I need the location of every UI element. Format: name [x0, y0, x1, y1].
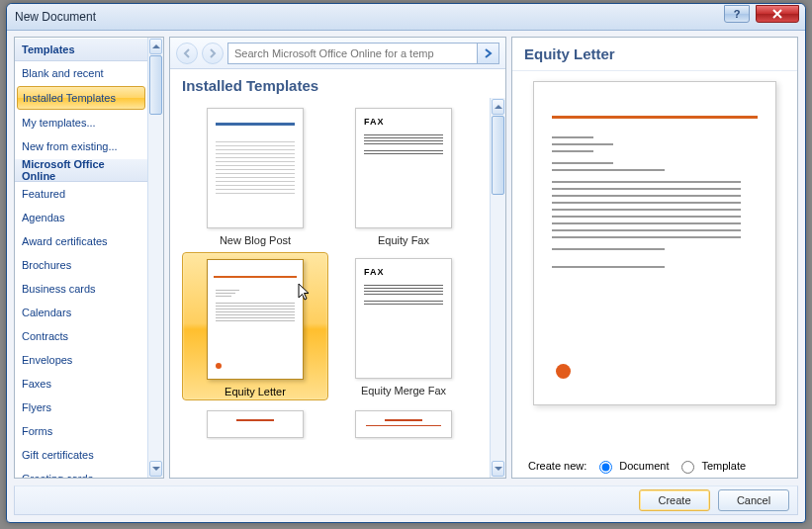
sidebar-item-envelopes[interactable]: Envelopes	[15, 348, 147, 372]
search-go-button[interactable]	[477, 44, 498, 63]
template-item-new-blog-post[interactable]: New Blog Post	[182, 102, 328, 248]
sidebar-item-award-certificates[interactable]: Award certificates	[15, 229, 147, 253]
cancel-button[interactable]: Cancel	[718, 489, 789, 511]
sidebar-item-my-templates[interactable]: My templates...	[15, 111, 147, 134]
search-input[interactable]	[228, 44, 477, 63]
fax-label: FAX	[364, 267, 385, 277]
create-button[interactable]: Create	[639, 489, 710, 511]
scroll-down-button[interactable]	[492, 461, 504, 477]
template-thumbnail	[207, 259, 304, 380]
template-thumbnail: FAX	[355, 258, 452, 379]
category-sidebar: Templates Blank and recent Installed Tem…	[14, 37, 164, 479]
template-label: Equity Letter	[225, 386, 286, 397]
radio-template-input[interactable]	[681, 461, 694, 474]
scrollbar-thumb[interactable]	[492, 116, 504, 195]
sidebar-item-business-cards[interactable]: Business cards	[15, 277, 147, 301]
chevron-up-icon	[152, 44, 160, 48]
gallery: New Blog Post FAX Equity Fax	[170, 98, 505, 478]
sidebar-item-calendars[interactable]: Calendars	[15, 301, 147, 324]
nav-back-button[interactable]	[176, 43, 198, 64]
nav-forward-button[interactable]	[202, 43, 224, 64]
fax-label: FAX	[364, 117, 385, 127]
preview-panel: Equity Letter Crea	[511, 37, 798, 479]
sidebar-item-faxes[interactable]: Faxes	[15, 372, 147, 396]
arrow-left-icon	[181, 47, 193, 59]
gallery-scrollbar[interactable]	[490, 98, 505, 478]
scroll-up-button[interactable]	[149, 39, 162, 54]
sidebar-item-agendas[interactable]: Agendas	[15, 206, 147, 229]
template-item-partial[interactable]	[330, 404, 477, 440]
create-new-label: Create new:	[528, 460, 586, 472]
template-item-equity-merge-fax[interactable]: FAX Equity Merge Fax	[330, 252, 477, 400]
preview-title: Equity Letter	[512, 38, 797, 71]
template-item-equity-fax[interactable]: FAX Equity Fax	[330, 102, 477, 248]
sidebar-item-featured[interactable]: Featured	[15, 182, 147, 206]
close-button[interactable]	[756, 5, 799, 23]
help-icon: ?	[734, 8, 741, 20]
chevron-up-icon	[495, 105, 502, 109]
arrow-right-icon	[207, 47, 219, 59]
template-thumbnail	[355, 410, 452, 438]
template-gallery-panel: Installed Templates New Blog Post	[169, 37, 506, 479]
arrow-right-icon	[483, 47, 495, 59]
preview-page	[533, 81, 776, 405]
sidebar-item-installed-templates[interactable]: Installed Templates	[17, 86, 145, 110]
help-button[interactable]: ?	[724, 5, 750, 23]
chevron-down-icon	[495, 467, 502, 471]
search-box	[227, 43, 499, 64]
window-title: New Document	[15, 10, 96, 24]
template-item-partial[interactable]	[182, 404, 328, 440]
template-thumbnail	[207, 108, 304, 228]
template-thumbnail: FAX	[355, 108, 452, 228]
sidebar-header-templates: Templates	[15, 38, 147, 61]
template-label: New Blog Post	[220, 234, 291, 246]
radio-document-input[interactable]	[599, 461, 612, 474]
create-new-row: Create new: Document Template	[512, 450, 797, 478]
scroll-down-button[interactable]	[149, 461, 162, 477]
sidebar-item-forms[interactable]: Forms	[15, 419, 147, 443]
gallery-title: Installed Templates	[170, 69, 505, 98]
scroll-up-button[interactable]	[492, 99, 504, 115]
sidebar-item-blank[interactable]: Blank and recent	[15, 61, 147, 85]
sidebar-header-office-online: Microsoft Office Online	[15, 158, 147, 182]
template-thumbnail	[207, 410, 304, 438]
scrollbar-thumb[interactable]	[149, 55, 162, 115]
close-icon	[772, 9, 782, 19]
dialog-footer: Create Cancel	[14, 485, 798, 515]
template-item-equity-letter[interactable]: Equity Letter	[182, 252, 328, 400]
template-label: Equity Fax	[378, 234, 429, 246]
sidebar-item-greeting-cards[interactable]: Greeting cards	[15, 467, 147, 479]
gallery-toolbar	[170, 38, 505, 69]
radio-template[interactable]: Template	[677, 458, 746, 474]
sidebar-item-gift-certificates[interactable]: Gift certificates	[15, 443, 147, 467]
sidebar-item-flyers[interactable]: Flyers	[15, 396, 147, 419]
titlebar[interactable]: New Document ?	[7, 4, 805, 31]
sidebar-scrollbar[interactable]	[147, 38, 163, 478]
template-label: Equity Merge Fax	[361, 385, 446, 397]
sidebar-item-contracts[interactable]: Contracts	[15, 324, 147, 348]
sidebar-item-brochures[interactable]: Brochures	[15, 253, 147, 277]
chevron-down-icon	[152, 467, 160, 471]
new-document-dialog: New Document ? Templates Blank and recen…	[6, 3, 806, 523]
sidebar-list: Templates Blank and recent Installed Tem…	[15, 38, 147, 478]
sidebar-item-new-from-existing[interactable]: New from existing...	[15, 134, 147, 158]
radio-document[interactable]: Document	[594, 458, 669, 474]
